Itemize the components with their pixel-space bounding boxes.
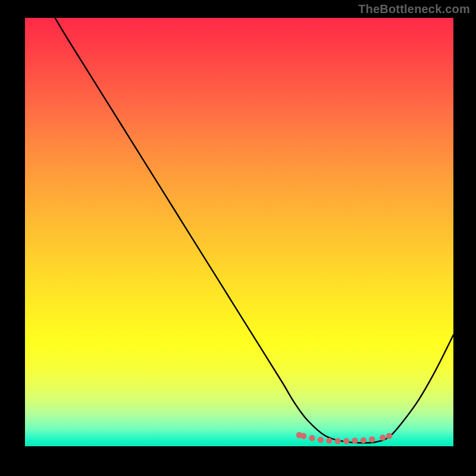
trough-marker <box>309 435 315 441</box>
trough-marker <box>326 437 332 443</box>
bottleneck-curve <box>55 18 453 443</box>
trough-marker <box>318 437 324 443</box>
watermark-text: TheBottleneck.com <box>358 2 470 16</box>
trough-marker <box>361 437 367 443</box>
trough-marker <box>300 433 306 439</box>
chart-frame: TheBottleneck.com <box>0 0 476 476</box>
plot-area <box>25 18 453 446</box>
trough-marker <box>334 438 340 444</box>
trough-marker <box>352 437 358 443</box>
trough-marker <box>386 433 392 439</box>
curve-layer <box>25 18 453 446</box>
trough-marker <box>369 436 375 442</box>
trough-marker <box>343 438 349 444</box>
trough-marker <box>380 434 386 440</box>
